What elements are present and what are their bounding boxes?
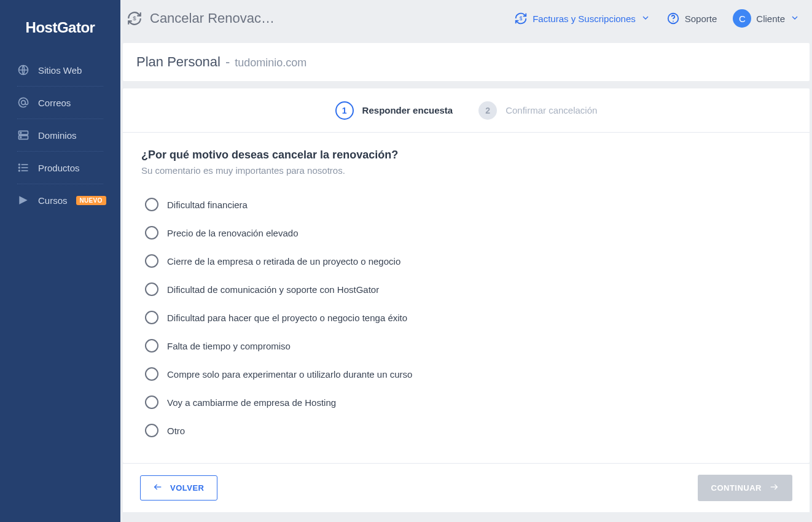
continue-button[interactable]: CONTINUAR xyxy=(698,475,793,501)
sidebar-item-label: Cursos xyxy=(38,195,68,206)
svg-text:$: $ xyxy=(133,15,136,21)
svg-point-1 xyxy=(21,101,26,105)
step-1: 1 Responder encuesta xyxy=(335,101,453,120)
plan-dash: - xyxy=(225,54,230,70)
footer-actions: VOLVER CONTINUAR xyxy=(123,463,810,512)
survey-option[interactable]: Cierre de la empresa o retirada de un pr… xyxy=(141,247,791,275)
radio-icon xyxy=(145,198,158,211)
survey-option[interactable]: Precio de la renovación elevado xyxy=(141,219,791,247)
nav-divider xyxy=(17,119,103,119)
survey-option[interactable]: Otro xyxy=(141,416,791,445)
radio-icon xyxy=(145,339,158,353)
sidebar-item-cursos[interactable]: Cursos NUEVO xyxy=(0,185,120,215)
option-label: Otro xyxy=(167,426,185,436)
step-2-label: Confirmar cancelación xyxy=(506,105,597,115)
option-label: Falta de tiempo y compromiso xyxy=(167,341,291,351)
svg-text:$: $ xyxy=(520,16,523,21)
topbar-right: $ Facturas y Suscripciones Soporte C Cli… xyxy=(514,9,800,28)
radio-icon xyxy=(145,424,158,437)
arrow-right-icon xyxy=(769,482,779,494)
svg-point-9 xyxy=(19,164,20,165)
survey-option[interactable]: Dificultad financiera xyxy=(141,190,791,219)
stepper: 1 Responder encuesta 2 Confirmar cancela… xyxy=(123,88,810,133)
invoices-link[interactable]: $ Facturas y Suscripciones xyxy=(514,12,650,25)
topbar-left: $ Cancelar Renovac… xyxy=(127,10,275,26)
option-label: Compre solo para experimentar o utilizar… xyxy=(167,369,412,380)
sidebar: HostGator Sitios Web Correos Dominios xyxy=(0,0,120,522)
radio-icon xyxy=(145,395,158,409)
chevron-down-icon xyxy=(790,13,800,25)
main-content: $ Cancelar Renovac… $ Facturas y Suscrip… xyxy=(120,0,812,522)
sidebar-item-correos[interactable]: Correos xyxy=(0,88,120,117)
svg-point-15 xyxy=(673,21,674,22)
list-icon xyxy=(17,162,29,174)
server-icon xyxy=(17,129,29,141)
svg-point-5 xyxy=(20,137,21,138)
option-label: Dificultad para hacer que el proyecto o … xyxy=(167,313,407,323)
brand-logo: HostGator xyxy=(0,0,120,55)
nav-divider xyxy=(17,151,103,152)
topbar: $ Cancelar Renovac… $ Facturas y Suscrip… xyxy=(120,0,812,37)
invoices-label: Facturas y Suscripciones xyxy=(533,14,636,24)
client-label: Cliente xyxy=(756,14,785,24)
survey-question: ¿Por qué motivo deseas cancelar la renov… xyxy=(141,149,791,162)
nav-divider xyxy=(17,184,103,184)
survey-option[interactable]: Compre solo para experimentar o utilizar… xyxy=(141,360,791,388)
survey-option[interactable]: Falta de tiempo y compromiso xyxy=(141,332,791,360)
sidebar-item-label: Correos xyxy=(38,98,71,108)
refresh-dollar-icon: $ xyxy=(127,10,142,26)
back-button[interactable]: VOLVER xyxy=(140,475,217,501)
sidebar-item-label: Sitios Web xyxy=(38,65,82,76)
plan-name: Plan Personal xyxy=(136,54,221,70)
avatar: C xyxy=(733,9,751,28)
step-2-number: 2 xyxy=(478,101,497,120)
svg-point-4 xyxy=(20,132,21,133)
radio-icon xyxy=(145,311,158,324)
nav-divider xyxy=(17,86,103,87)
survey-card: 1 Responder encuesta 2 Confirmar cancela… xyxy=(123,88,810,463)
survey-subtitle: Su comentario es muy importantes para no… xyxy=(141,165,791,176)
sidebar-item-sitios-web[interactable]: Sitios Web xyxy=(0,55,120,85)
sidebar-item-productos[interactable]: Productos xyxy=(0,153,120,182)
step-1-number: 1 xyxy=(335,101,354,120)
play-icon xyxy=(17,194,29,206)
option-label: Cierre de la empresa o retirada de un pr… xyxy=(167,256,400,267)
at-sign-icon xyxy=(17,96,29,109)
support-link[interactable]: Soporte xyxy=(666,12,717,25)
plan-domain: tudominio.com xyxy=(235,56,306,69)
chevron-down-icon xyxy=(641,13,650,25)
option-label: Dificultad financiera xyxy=(167,200,248,210)
plan-header: Plan Personal - tudominio.com xyxy=(123,43,810,81)
radio-icon xyxy=(145,282,158,296)
sidebar-item-label: Dominios xyxy=(38,130,77,141)
svg-point-10 xyxy=(19,167,20,168)
radio-icon xyxy=(145,254,158,268)
sidebar-item-label: Productos xyxy=(38,163,80,173)
option-label: Dificultad de comunicación y soporte con… xyxy=(167,284,379,295)
client-menu[interactable]: C Cliente xyxy=(733,9,800,28)
option-label: Voy a cambiarme de empresa de Hosting xyxy=(167,397,336,408)
globe-icon xyxy=(17,64,29,76)
arrow-left-icon xyxy=(153,482,163,494)
back-label: VOLVER xyxy=(170,483,205,493)
page-title: Cancelar Renovac… xyxy=(150,10,275,26)
radio-icon xyxy=(145,226,158,240)
survey-option[interactable]: Dificultad de comunicación y soporte con… xyxy=(141,275,791,303)
step-1-label: Responder encuesta xyxy=(362,105,453,115)
sidebar-item-dominios[interactable]: Dominios xyxy=(0,120,120,150)
survey-option[interactable]: Voy a cambiarme de empresa de Hosting xyxy=(141,388,791,416)
continue-label: CONTINUAR xyxy=(711,483,762,493)
survey-body: ¿Por qué motivo deseas cancelar la renov… xyxy=(123,133,810,463)
support-label: Soporte xyxy=(685,14,717,24)
new-badge: NUEVO xyxy=(76,196,106,205)
radio-icon xyxy=(145,367,158,381)
step-2: 2 Confirmar cancelación xyxy=(478,101,597,120)
svg-point-11 xyxy=(19,170,20,171)
refresh-dollar-icon: $ xyxy=(514,12,528,25)
option-label: Precio de la renovación elevado xyxy=(167,228,298,238)
survey-option[interactable]: Dificultad para hacer que el proyecto o … xyxy=(141,303,791,332)
help-circle-icon xyxy=(666,12,680,25)
sidebar-nav: Sitios Web Correos Dominios Productos xyxy=(0,55,120,215)
